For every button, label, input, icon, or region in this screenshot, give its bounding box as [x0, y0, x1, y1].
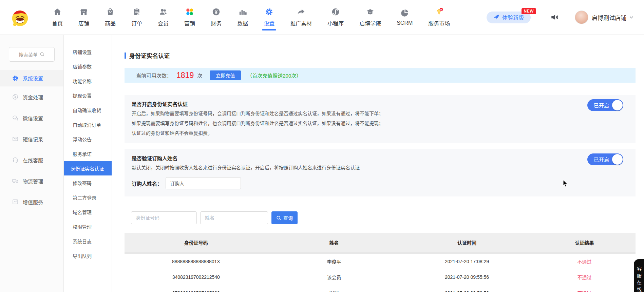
- quota-label: 当前可用次数：: [136, 72, 172, 79]
- submenu-item-自动确认收货[interactable]: 自动确认收货: [64, 103, 112, 117]
- app-logo-icon[interactable]: [10, 7, 30, 27]
- table-cell-id: 370829199507105988: [125, 285, 268, 292]
- sidebar-item-label: 短信记录: [23, 135, 43, 143]
- sidebar-item-物流管理[interactable]: 物流管理: [0, 170, 63, 191]
- main-content: 身份证实名认证 当前可用次数： 1819 次 立即充值 （首次充值赠送200次）…: [112, 35, 644, 292]
- nav-right-cluster: 体验新版 NEW 启博测试店铺: [487, 11, 634, 24]
- submenu-item-第三方登录[interactable]: 第三方登录: [64, 190, 112, 205]
- name-search-input[interactable]: [200, 211, 268, 224]
- submenu-item-功能名称[interactable]: 功能名称: [64, 74, 112, 88]
- data-icon: [238, 7, 247, 16]
- submenu-item-店铺设置[interactable]: 店铺设置: [64, 44, 112, 59]
- headset-icon: [12, 157, 19, 163]
- nav-item-设置[interactable]: 设置: [256, 0, 282, 35]
- chevron-down-icon[interactable]: [629, 15, 634, 20]
- id-auth-toggle-label: 已开启: [594, 102, 609, 109]
- shop-icon: [79, 7, 88, 16]
- table-row: 88888888888888801X李俊平2021-07-20 17:08:29…: [125, 253, 636, 269]
- nav-item-label: 小程序: [327, 19, 344, 27]
- nav-item-首页[interactable]: 首页: [44, 0, 71, 35]
- nav-item-label: 服务市场: [428, 19, 450, 27]
- top-navigation: 首页店铺商品订单会员营销财务数据设置推广素材小程序启博学院SCRMH服务市场 体…: [0, 0, 644, 35]
- sidebar-item-label: 系统设置: [23, 75, 43, 82]
- nav-item-label: 设置: [264, 19, 274, 27]
- record-search-row: 查询: [125, 211, 636, 224]
- auth-records-table: 身份证号码姓名认证时间认证结果 88888888888888801X李俊平202…: [125, 233, 636, 292]
- miniprogram-icon: [331, 7, 340, 16]
- wechat-icon: [12, 114, 19, 121]
- menu-search-input[interactable]: 搜索菜单: [9, 47, 55, 62]
- customer-service-tab[interactable]: 客服在线: [634, 259, 644, 292]
- table-header-cell: 身份证号码: [125, 233, 268, 253]
- new-badge: NEW: [522, 8, 536, 14]
- nav-item-label: 推广素材: [290, 19, 312, 27]
- table-cell-name: 李俊平: [268, 253, 401, 269]
- nav-item-label: 订单: [131, 19, 142, 27]
- table-cell-id: 88888888888888801X: [125, 253, 268, 269]
- table-cell-time: 2021-07-20 17:08:29: [400, 253, 533, 269]
- scrm-icon: [400, 8, 409, 17]
- menu-search-placeholder: 搜索菜单: [19, 51, 38, 58]
- orderer-name-field-row: 订购人姓名：: [132, 177, 557, 189]
- nav-item-数据[interactable]: 数据: [229, 0, 256, 35]
- orderer-name-setting-section: 是否验证订购人姓名 默认关闭，关闭时按照收货人姓名来进行身份证实名认证，开启后，…: [125, 149, 636, 196]
- home-icon: [53, 7, 62, 16]
- store-name[interactable]: 启博测试店铺: [592, 13, 626, 22]
- toggle-knob: [612, 100, 623, 110]
- primary-sidebar-menu: 系统设置资金处理微信设置短信记录在线客服物流管理增值服务: [0, 70, 63, 212]
- submenu-item-服务承诺[interactable]: 服务承诺: [64, 146, 112, 161]
- sidebar-item-短信记录[interactable]: 短信记录: [0, 128, 63, 149]
- settings-icon: [265, 7, 273, 16]
- nav-item-店铺[interactable]: 店铺: [71, 0, 97, 35]
- recharge-button[interactable]: 立即充值: [210, 70, 241, 80]
- avatar[interactable]: [575, 11, 588, 24]
- submenu-item-系统日志[interactable]: 系统日志: [64, 234, 112, 248]
- sidebar-item-在线客服[interactable]: 在线客服: [0, 149, 63, 170]
- sidebar-item-资金处理[interactable]: 资金处理: [0, 86, 63, 107]
- id-auth-toggle[interactable]: 已开启: [587, 99, 623, 111]
- query-button[interactable]: 查询: [271, 211, 298, 224]
- nav-item-财务[interactable]: 财务: [203, 0, 229, 35]
- orderer-name-toggle[interactable]: 已开启: [587, 153, 623, 165]
- submenu-item-自动取消订单[interactable]: 自动取消订单: [64, 117, 112, 132]
- submenu-item-导出队列[interactable]: 导出队列: [64, 248, 112, 263]
- experience-new-button[interactable]: 体验新版 NEW: [487, 12, 531, 23]
- table-body: 88888888888888801X李俊平2021-07-20 17:08:29…: [125, 253, 636, 292]
- nav-item-服务市场[interactable]: H服务市场: [420, 0, 458, 35]
- sidebar-item-系统设置[interactable]: 系统设置: [0, 70, 63, 86]
- sidebar-item-微信设置[interactable]: 微信设置: [0, 107, 63, 128]
- nav-item-营销[interactable]: 营销: [176, 0, 203, 35]
- submenu-item-提现设置[interactable]: 提现设置: [64, 88, 112, 103]
- nav-item-商品[interactable]: 商品: [97, 0, 124, 35]
- nav-item-启博学院[interactable]: 启博学院: [352, 0, 389, 35]
- marketing-icon: [185, 7, 194, 16]
- sidebar-item-label: 微信设置: [23, 114, 43, 122]
- main-nav: 首页店铺商品订单会员营销财务数据设置推广素材小程序启博学院SCRMH服务市场: [44, 0, 458, 35]
- orderer-name-input[interactable]: [166, 177, 241, 189]
- nav-item-小程序[interactable]: 小程序: [320, 0, 352, 35]
- nav-item-订单[interactable]: 订单: [124, 0, 150, 35]
- submenu-item-权限管理[interactable]: 权限管理: [64, 219, 112, 234]
- submenu-item-身份证实名认证[interactable]: 身份证实名认证: [64, 161, 112, 175]
- announcement-speaker-icon[interactable]: [550, 13, 559, 22]
- sidebar-item-label: 增值服务: [23, 199, 43, 206]
- page-title: 身份证实名认证: [125, 51, 636, 60]
- order-icon: [132, 7, 141, 16]
- nav-item-label: 营销: [184, 19, 195, 27]
- page-body: 搜索菜单 系统设置资金处理微信设置短信记录在线客服物流管理增值服务 店铺设置店铺…: [0, 35, 644, 292]
- finance-icon: [212, 7, 221, 16]
- quota-bonus-note: （首次充值赠送200次）: [247, 72, 301, 79]
- sidebar-item-增值服务[interactable]: 增值服务: [0, 191, 63, 212]
- submenu-item-域名管理[interactable]: 域名管理: [64, 205, 112, 219]
- nav-item-会员[interactable]: 会员: [150, 0, 176, 35]
- nav-item-SCRM[interactable]: SCRM: [389, 0, 420, 35]
- nav-item-label: 启博学院: [359, 19, 381, 27]
- rocket-icon: [493, 14, 499, 20]
- nav-item-label: 财务: [211, 19, 222, 27]
- id-number-search-input[interactable]: [131, 211, 197, 224]
- submenu-item-浮动公告[interactable]: 浮动公告: [64, 132, 112, 146]
- sidebar-item-label: 物流管理: [23, 178, 43, 185]
- submenu-item-店铺参数[interactable]: 店铺参数: [64, 59, 112, 74]
- submenu-item-修改密码[interactable]: 修改密码: [64, 175, 112, 190]
- nav-item-推广素材[interactable]: 推广素材: [282, 0, 320, 35]
